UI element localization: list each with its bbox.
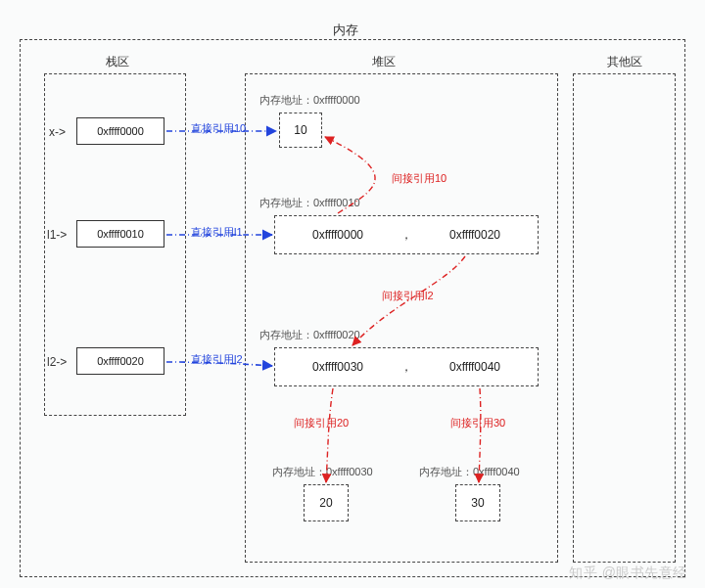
edge-label-l1-ind-l2: 间接引用l2 [382, 289, 434, 303]
stack-cell-l1: 0xffff0010 [76, 220, 164, 248]
heap-addr-20-prefix: 内存地址： [272, 466, 326, 477]
heap-addr-10: 内存地址：0xffff0000 [259, 93, 360, 108]
heap-addr-10-prefix: 内存地址： [259, 94, 313, 106]
stack-ptr-l1-label: l1-> [47, 228, 67, 242]
stack-cell-l2-text: 0xffff0020 [97, 355, 144, 367]
heap-addr-l1: 内存地址：0xffff0010 [259, 196, 360, 210]
heap-cell-l1-a: 0xffff0000 [312, 228, 363, 242]
region-other [573, 73, 676, 563]
edge-label-l2-ind-30: 间接引用30 [450, 416, 505, 430]
heap-addr-l1-value: 0xffff0010 [313, 197, 360, 208]
stack-cell-x-text: 0xffff0000 [97, 125, 144, 137]
stack-ptr-l2-label: l2-> [47, 355, 67, 369]
stack-cell-l1-text: 0xffff0010 [97, 228, 144, 240]
edge-label-x-direct: 直接引用10 [191, 121, 246, 136]
heap-cell-20-text: 20 [319, 496, 332, 510]
caption-other: 其他区 [607, 54, 642, 70]
heap-addr-l2-value: 0xffff0020 [313, 329, 360, 340]
title-memory: 内存 [333, 22, 358, 39]
heap-cell-30: 30 [455, 484, 500, 521]
heap-cell-30-text: 30 [471, 496, 484, 510]
heap-cell-l1-sep: ， [400, 227, 412, 244]
heap-cell-l2-sep: ， [400, 359, 412, 376]
heap-addr-20: 内存地址：0xffff0030 [272, 465, 373, 479]
edge-label-l2-ind-20: 间接引用20 [294, 416, 349, 430]
heap-cell-10: 10 [279, 113, 322, 148]
edge-label-l2-direct: 直接引用l2 [191, 352, 243, 367]
caption-stack: 栈区 [106, 54, 129, 70]
stack-cell-x: 0xffff0000 [76, 117, 164, 145]
stack-cell-l2: 0xffff0020 [76, 347, 164, 375]
heap-cell-l1-b: 0xffff0020 [449, 228, 500, 242]
heap-cell-l1: 0xffff0000 ， 0xffff0020 [274, 215, 539, 254]
heap-cell-l2-a: 0xffff0030 [312, 360, 363, 374]
stack-ptr-x-label: x-> [49, 125, 66, 139]
heap-cell-l2: 0xffff0030 ， 0xffff0040 [274, 347, 539, 386]
heap-addr-l1-prefix: 内存地址： [259, 197, 313, 208]
edge-label-l1-direct: 直接引用l1 [191, 225, 243, 240]
edge-label-l1-ind-10: 间接引用10 [392, 171, 446, 186]
heap-addr-l2: 内存地址：0xffff0020 [259, 328, 360, 342]
heap-addr-30-value: 0xffff0040 [473, 466, 520, 477]
heap-cell-10-text: 10 [294, 123, 306, 137]
watermark: 知乎 @眼书先意经 [569, 565, 687, 582]
heap-addr-30-prefix: 内存地址： [419, 466, 473, 477]
heap-addr-l2-prefix: 内存地址： [259, 329, 313, 340]
heap-addr-30: 内存地址：0xffff0040 [419, 465, 520, 479]
heap-addr-10-value: 0xffff0000 [313, 94, 360, 106]
heap-addr-20-value: 0xffff0030 [326, 466, 373, 477]
heap-cell-l2-b: 0xffff0040 [449, 360, 500, 374]
heap-cell-20: 20 [304, 484, 349, 521]
caption-heap: 堆区 [372, 54, 396, 70]
